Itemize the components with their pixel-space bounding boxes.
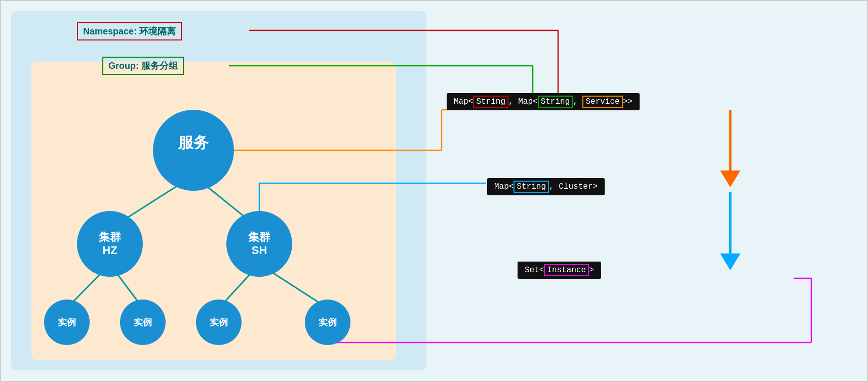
service-orange: Service [582, 96, 622, 108]
namespace-label: Namespace: 环境隔离 [77, 22, 182, 40]
group-label: Group: 服务分组 [102, 57, 184, 75]
code-box-map-string-service: Map<String, Map<String, Service>> [447, 93, 640, 110]
string-green: String [538, 96, 573, 108]
inner-background [31, 62, 396, 360]
code-box-set-instance: Set<Instance> [518, 262, 601, 279]
string-cyan: String [514, 181, 549, 193]
code-box-map-string-cluster: Map<String, Cluster> [487, 178, 605, 195]
main-container: Namespace: 环境隔离 Group: 服务分组 [0, 0, 868, 382]
string-red: String [473, 96, 508, 108]
svg-marker-12 [720, 253, 740, 270]
svg-marker-8 [720, 171, 740, 187]
instance-magenta: Instance [544, 264, 589, 276]
